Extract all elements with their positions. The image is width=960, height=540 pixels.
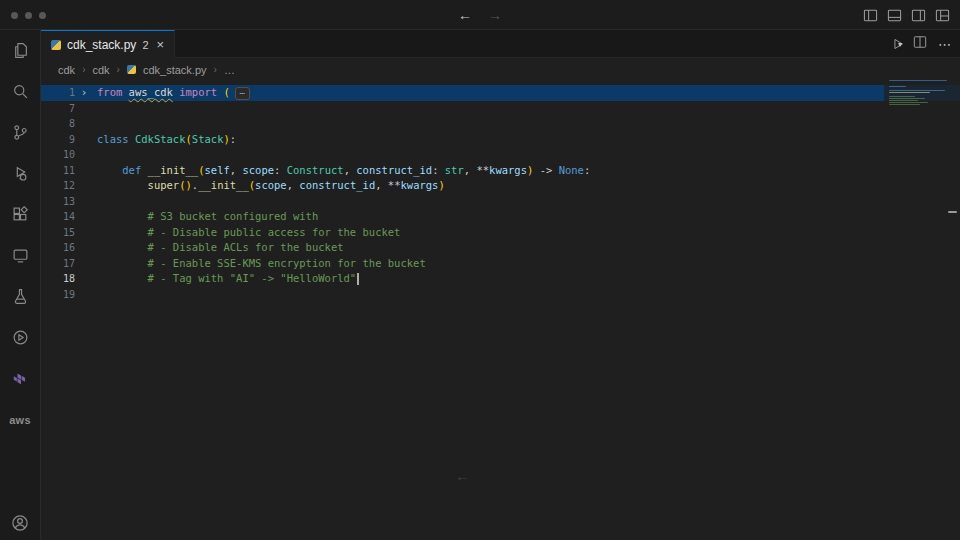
run-python-file-button[interactable]: ▾ [891,37,902,51]
minimap-line [889,94,947,95]
code-text: # - Disable public access for the bucket [93,225,400,241]
circle-play-icon[interactable] [0,317,40,358]
testing-icon[interactable] [0,276,40,317]
minimap-line [889,84,947,85]
text-cursor [357,273,359,285]
python-file-icon [127,65,136,74]
extensions-icon[interactable] [0,194,40,235]
code-line[interactable]: 19 [41,287,960,303]
tab-bar: cdk_stack.py 2 × ▾ ⋯ [41,30,960,58]
breadcrumb-item[interactable]: … [224,64,235,76]
code-text: # - Disable ACLs for the bucket [93,240,344,256]
line-number[interactable]: 8 [41,116,75,132]
line-number[interactable]: 19 [41,287,75,303]
editor-group: cdk_stack.py 2 × ▾ ⋯ cdk›cdk›cdk_stack.p… [41,30,960,540]
fold-gutter [75,271,93,287]
tab-badge: 2 [142,39,148,51]
tab-label: cdk_stack.py [67,38,136,52]
line-number[interactable]: 9 [41,132,75,148]
minimap-line [889,104,920,105]
navigate-forward-button[interactable]: → [488,7,502,23]
account-icon[interactable] [0,506,40,540]
line-number[interactable]: 14 [41,209,75,225]
source-control-icon[interactable] [0,112,40,153]
line-number[interactable]: 11 [41,163,75,179]
minimap-line [889,82,947,83]
line-number[interactable]: 18 [41,271,75,287]
line-number[interactable]: 15 [41,225,75,241]
code-line[interactable]: 7 [41,101,960,117]
fold-chevron-icon[interactable]: › [75,85,93,101]
navigate-back-button[interactable]: ← [458,7,472,23]
activity-bar: aws [0,30,41,540]
code-line[interactable]: 18 # - Tag with "AI" -> "HelloWorld" [41,271,960,287]
aws-logo: aws [9,414,31,426]
code-text: class CdkStack(Stack): [93,132,236,148]
breadcrumb-separator: › [82,64,85,75]
more-actions-icon[interactable]: ⋯ [938,37,952,52]
line-number[interactable]: 12 [41,178,75,194]
vscode-window: ← → aws cdk_stack.py 2 × [0,0,960,540]
search-icon[interactable] [0,71,40,112]
code-line[interactable]: 12 super().__init__(scope, construct_id,… [41,178,960,194]
code-line[interactable]: 14 # S3 bucket configured with [41,209,960,225]
code-line[interactable]: 16 # - Disable ACLs for the bucket [41,240,960,256]
ghost-back-arrow-icon: ← [455,467,470,484]
minimap-line [889,102,928,103]
breadcrumbs: cdk›cdk›cdk_stack.py›… [41,58,960,81]
code-line[interactable]: 17 # - Enable SSE-KMS encryption for the… [41,256,960,272]
minimap-line [889,106,947,107]
code-text: # - Tag with "AI" -> "HelloWorld" [93,271,359,287]
code-line[interactable]: 9class CdkStack(Stack): [41,132,960,148]
toggle-panel-icon[interactable] [887,8,902,23]
window-controls[interactable] [11,12,46,19]
terraform-icon[interactable] [0,358,40,399]
fold-gutter [75,209,93,225]
minimap-line [889,92,930,93]
window-close-button[interactable] [11,12,18,19]
breadcrumb-item[interactable]: cdk [92,64,109,76]
code-line[interactable]: 13 [41,194,960,210]
fold-gutter [75,178,93,194]
python-file-icon [51,40,61,50]
explorer-icon[interactable] [0,30,40,71]
window-minimize-button[interactable] [25,12,32,19]
minimap-line [889,100,918,101]
editor-actions: ▾ ⋯ [891,30,952,58]
fold-gutter [75,256,93,272]
code-line[interactable]: 10 [41,147,960,163]
code-line[interactable]: 15 # - Disable public access for the buc… [41,225,960,241]
line-number[interactable]: 13 [41,194,75,210]
line-number[interactable]: 1 [41,85,75,101]
remote-explorer-icon[interactable] [0,235,40,276]
fold-gutter [75,240,93,256]
tab-close-icon[interactable]: × [157,37,165,52]
tab-cdk-stack[interactable]: cdk_stack.py 2 × [41,30,175,58]
breadcrumb-item[interactable]: cdk [58,64,75,76]
minimap-line [889,86,906,87]
line-number[interactable]: 17 [41,256,75,272]
code-line[interactable]: 8 [41,116,960,132]
fold-gutter [75,101,93,117]
minimap[interactable] [889,80,947,108]
code-line[interactable]: 11 def __init__(self, scope: Construct, … [41,163,960,179]
line-number[interactable]: 16 [41,240,75,256]
aws-toolkit-icon[interactable]: aws [0,399,40,440]
code-line[interactable]: 1›from aws_cdk import (⋯ [41,85,960,101]
toggle-secondary-sidebar-icon[interactable] [911,8,926,23]
breadcrumb-item[interactable]: cdk_stack.py [143,64,207,76]
line-number[interactable]: 7 [41,101,75,117]
run-dropdown-icon[interactable]: ▾ [898,40,902,49]
code-text [93,116,97,132]
customize-layout-icon[interactable] [935,8,950,23]
titlebar: ← → [0,0,960,30]
split-editor-icon[interactable] [913,35,927,53]
code-editor[interactable]: 1›from aws_cdk import (⋯789class CdkStac… [41,81,960,540]
toggle-primary-sidebar-icon[interactable] [863,8,878,23]
window-maximize-button[interactable] [39,12,46,19]
folded-region-badge[interactable]: ⋯ [235,87,250,100]
fold-gutter [75,194,93,210]
run-and-debug-icon[interactable] [0,153,40,194]
line-number[interactable]: 10 [41,147,75,163]
fold-gutter [75,116,93,132]
